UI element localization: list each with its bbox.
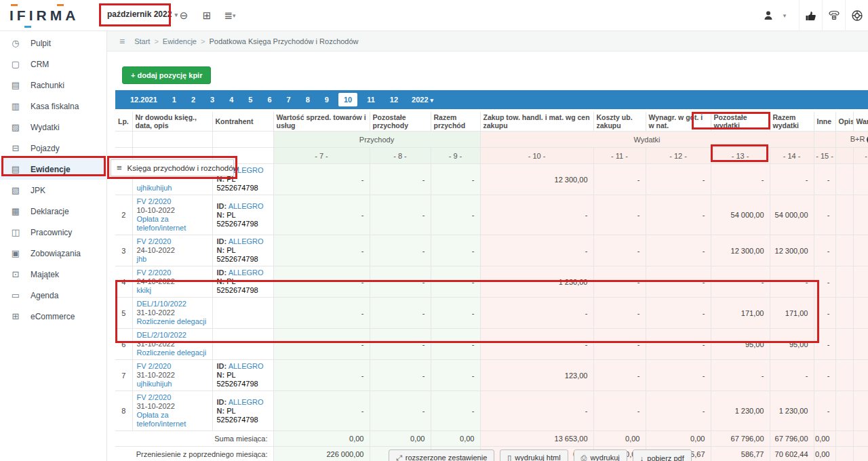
tab-month-4[interactable]: 4 [224,93,239,106]
doc-link[interactable]: FV 2/2020 [137,197,208,206]
col-num-15: - 15 - [814,148,835,164]
kontrahent-link[interactable]: ALLEGRO [229,202,264,210]
vehicles-icon: ⊟ [10,143,21,153]
sidebar-item-pojazdy[interactable]: ⊟Pojazdy [0,138,106,159]
table-row: 8 FV 2/202031-10-2022Opłata za telefon/i… [115,391,868,431]
hamburger-icon: ≡ [117,163,122,173]
print-button[interactable]: ⎙wydrukuj [574,449,627,461]
breadcrumb-separator: > [154,37,158,45]
tab-month-2[interactable]: 2 [186,93,201,106]
sidebar-item-pracownicy[interactable]: ◫Pracownicy [0,222,106,243]
user-menu[interactable]: ▾ [750,0,799,31]
month-selector[interactable]: październik 2022▾ [107,9,178,19]
liabilities-icon: ▣ [10,248,21,258]
col-num-14: - 14 - [770,148,814,164]
doc-link[interactable]: DEL/1/10/2022 [137,300,208,308]
col-header-wartosc-sprzed: Wartość sprzed. towarów i usług [273,112,370,132]
col-num-10: - 10 - [480,148,593,164]
breadcrumb: ≡ Start > Ewidencje > Podatkowa Księga P… [107,31,868,52]
desc-link[interactable]: Opłata za telefon/internet [137,411,208,428]
desc-link[interactable]: kkikj [137,286,208,295]
expenses-icon: ▨ [10,122,21,132]
tab-month-11[interactable]: 11 [361,93,380,106]
desc-link[interactable]: ujhikuhijuh [137,184,208,193]
kontrahent-link[interactable]: ALLEGRO [229,237,264,245]
desc-link[interactable]: Opłata za telefon/internet [137,215,208,233]
desc-link[interactable]: Rozliczenie delegacji [137,317,208,326]
list-icon[interactable]: ≣ ▾ [218,0,241,31]
breadcrumb-current: Podatkowa Księga Przychodów i Rozchodów [209,37,358,45]
invoices-icon: ▤ [10,80,21,90]
kontrahent-link[interactable]: ALLEGRO [229,398,264,406]
tab-month-10-selected[interactable]: 10 [338,93,357,106]
desc-link[interactable]: jhb [137,255,208,264]
help-lifebuoy-icon[interactable] [845,0,868,31]
group-wydatki: Wydatki [480,132,814,148]
sidebar-item-deklaracje[interactable]: ▦Deklaracje [0,201,106,222]
tab-month-1[interactable]: 1 [167,93,182,106]
year-selector[interactable]: 2022 ▾ [412,96,433,104]
expanded-report-button[interactable]: ⤢rozszerzone zestawienie [389,449,494,461]
chevron-down-icon: ▾ [233,12,236,19]
copy-add-icon[interactable]: ⊞ [195,0,218,31]
doc-link[interactable]: DEL/2/10/2022 [137,331,208,340]
tab-month-7[interactable]: 7 [281,93,296,106]
sidebar-item-agenda[interactable]: ▭Agenda [0,285,106,306]
phone-icon[interactable] [822,0,845,31]
sidebar-item-kasa-fiskalna[interactable]: ▥Kasa fiskalna [0,96,106,117]
breadcrumb-separator: > [201,37,205,45]
col-header-razem-wydatki: Razem wydatki [770,112,814,132]
ewidencje-submenu-kpir[interactable]: ≡ Księga przychodów i rozchodów [111,159,234,176]
group-header-row: Przychody Wydatki B+R? [115,132,868,148]
employees-icon: ◫ [10,227,21,237]
breadcrumb-ewidencje[interactable]: Ewidencje [163,37,197,45]
sidebar-item-jpk[interactable]: ▧JPK [0,180,106,201]
doc-link[interactable]: FV 2/2020 [137,362,208,371]
col-header-opis: Opis [835,112,853,132]
cash-register-icon[interactable]: ⊖ [172,0,195,31]
doc-link[interactable]: FV 2/2020 [137,268,208,277]
download-pdf-button[interactable]: ↓pobierz pdf [633,449,692,461]
month-tab-bar: 12.2021 1 2 3 4 5 6 7 8 9 10 11 12 2022 … [115,90,868,109]
sidebar-item-crm[interactable]: ▢CRM [0,54,106,75]
desc-link[interactable]: Rozliczenie delegacji [137,348,208,357]
tab-month-3[interactable]: 3 [205,93,220,106]
add-kpir-entry-button[interactable]: + dodaj pozycję kpir [122,66,211,84]
table-row: 5 DEL/1/10/202231-10-2022Rozliczenie del… [115,298,868,329]
desc-link[interactable]: ujhikuhijuh [137,380,208,388]
breadcrumb-start[interactable]: Start [134,37,150,45]
col-header-wynagr: Wynagr. w got. i w nat. [646,112,711,132]
print-html-button[interactable]: ▯wydrukuj html [500,449,568,461]
main-content: + dodaj pozycję kpir 12.2021 1 2 3 4 5 6… [107,52,868,461]
tab-month-6[interactable]: 6 [262,93,277,106]
col-num-7: - 7 - [273,148,370,164]
cart-icon: ⊞ [10,311,21,321]
topbar-quick-icons: ⊖ ⊞ ≣ ▾ [172,0,241,31]
sidebar-item-zobowiazania[interactable]: ▣Zobowiązania [0,243,106,264]
sidebar-item-majatek[interactable]: ⊡Majątek [0,264,106,285]
doc-link[interactable]: FV 2/2020 [137,237,208,246]
tab-prev-month[interactable]: 12.2021 [125,93,163,106]
sidebar-item-rachunki[interactable]: ▤Rachunki [0,75,106,96]
month-selector-label: październik 2022 [107,9,172,19]
printer-icon: ⎙ [581,454,587,461]
hamburger-icon[interactable]: ≡ [119,36,125,47]
doc-link[interactable]: FV 2/2020 [137,393,208,402]
document-icon: ▯ [507,454,511,461]
sidebar-item-pulpit[interactable]: ◷Pulpit [0,33,106,54]
tab-month-8[interactable]: 8 [300,93,315,106]
kontrahent-link[interactable]: ALLEGRO [229,268,264,277]
sidebar-item-ecommerce[interactable]: ⊞eCommerce [0,306,106,327]
tab-month-9[interactable]: 9 [319,93,334,106]
sidebar-item-ewidencje[interactable]: ▤Ewidencje [0,159,106,180]
tab-month-12[interactable]: 12 [384,93,403,106]
assets-icon: ⊡ [10,269,21,279]
thumbs-up-icon[interactable] [799,0,822,31]
kontrahent-link[interactable]: ALLEGRO [229,362,264,370]
col-num-13: - 13 - [711,148,770,164]
top-bar: IFIRMA październik 2022▾ ⊖ ⊞ ≣ ▾ ▾ [0,0,868,31]
tab-month-5[interactable]: 5 [243,93,258,106]
chevron-down-icon: ▾ [783,12,787,19]
ifirma-logo[interactable]: IFIRMA [9,7,79,24]
sidebar-item-wydatki[interactable]: ▨Wydatki [0,117,106,138]
